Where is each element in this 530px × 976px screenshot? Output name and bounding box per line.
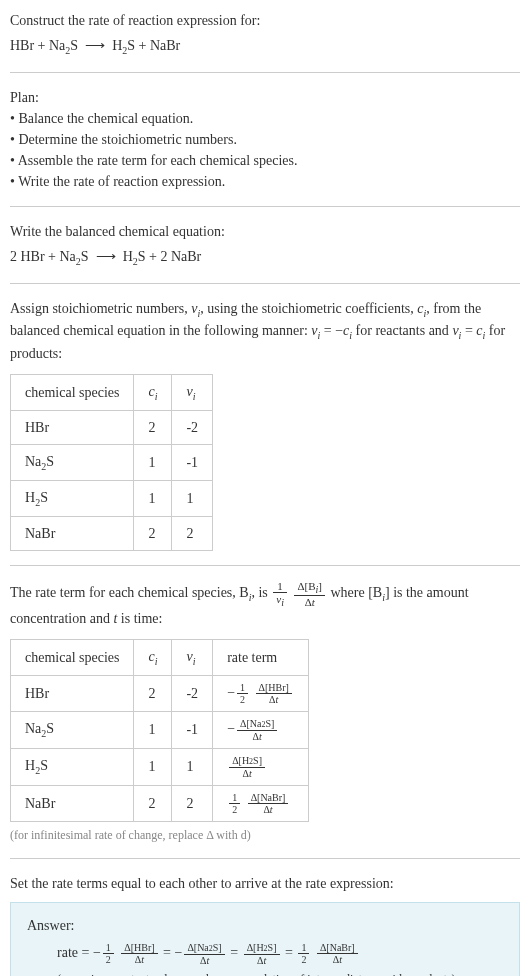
cell-nui: -2 xyxy=(172,410,213,444)
cell-species: NaBr xyxy=(11,785,134,821)
rate-intro: The rate term for each chemical species,… xyxy=(10,580,520,629)
answer-assumption: (assuming constant volume and no accumul… xyxy=(57,970,503,976)
col-rate: rate term xyxy=(213,639,309,675)
table-row: NaBr2212 Δ[NaBr]Δt xyxy=(11,785,309,821)
cell-nui: 1 xyxy=(172,480,213,516)
table-row: NaBr22 xyxy=(11,516,213,550)
cell-ci: 2 xyxy=(134,785,172,821)
cell-species: NaBr xyxy=(11,516,134,550)
cell-nui: 2 xyxy=(172,785,213,821)
cell-rate: −12 Δ[HBr]Δt xyxy=(213,675,309,711)
rate-table: chemical species ci νi rate term HBr2-2−… xyxy=(10,639,309,822)
cell-nui: -1 xyxy=(172,711,213,748)
answer-box: Answer: rate = −12 Δ[HBr]Δt = −Δ[Na2S]Δt… xyxy=(10,902,520,976)
cell-species: Na2S xyxy=(11,444,134,480)
col-ci: ci xyxy=(134,375,172,411)
cell-rate: 12 Δ[NaBr]Δt xyxy=(213,785,309,821)
table-header-row: chemical species ci νi rate term xyxy=(11,639,309,675)
balanced-equation: 2 HBr + Na2S ⟶ H2S + 2 NaBr xyxy=(10,246,520,269)
cell-species: Na2S xyxy=(11,711,134,748)
cell-species: HBr xyxy=(11,410,134,444)
divider xyxy=(10,283,520,284)
plan-item: • Balance the chemical equation. xyxy=(10,108,520,129)
cell-nui: 1 xyxy=(172,748,213,785)
final-heading: Set the rate terms equal to each other t… xyxy=(10,873,520,894)
table-row: Na2S1-1−Δ[Na2S]Δt xyxy=(11,711,309,748)
table-row: H2S11 xyxy=(11,480,213,516)
cell-species: HBr xyxy=(11,675,134,711)
stoich-intro: Assign stoichiometric numbers, νi, using… xyxy=(10,298,520,365)
title: Construct the rate of reaction expressio… xyxy=(10,10,520,31)
plan-heading: Plan: xyxy=(10,87,520,108)
table-header-row: chemical species ci νi xyxy=(11,375,213,411)
cell-rate: −Δ[Na2S]Δt xyxy=(213,711,309,748)
cell-species: H2S xyxy=(11,480,134,516)
cell-ci: 2 xyxy=(134,675,172,711)
rate-note: (for infinitesimal rate of change, repla… xyxy=(10,826,520,844)
table-row: HBr2-2−12 Δ[HBr]Δt xyxy=(11,675,309,711)
table-row: Na2S1-1 xyxy=(11,444,213,480)
cell-ci: 1 xyxy=(134,480,172,516)
cell-ci: 1 xyxy=(134,711,172,748)
cell-nui: 2 xyxy=(172,516,213,550)
divider xyxy=(10,858,520,859)
cell-rate: Δ[H2S]Δt xyxy=(213,748,309,785)
divider xyxy=(10,72,520,73)
plan-item: • Write the rate of reaction expression. xyxy=(10,171,520,192)
cell-species: H2S xyxy=(11,748,134,785)
plan-item: • Determine the stoichiometric numbers. xyxy=(10,129,520,150)
divider xyxy=(10,206,520,207)
unbalanced-equation: HBr + Na2S ⟶ H2S + NaBr xyxy=(10,35,520,58)
answer-expression: rate = −12 Δ[HBr]Δt = −Δ[Na2S]Δt = Δ[H2S… xyxy=(57,942,503,966)
cell-nui: -1 xyxy=(172,444,213,480)
col-nui: νi xyxy=(172,639,213,675)
col-species: chemical species xyxy=(11,375,134,411)
cell-nui: -2 xyxy=(172,675,213,711)
divider xyxy=(10,565,520,566)
cell-ci: 1 xyxy=(134,748,172,785)
table-row: HBr2-2 xyxy=(11,410,213,444)
stoich-table: chemical species ci νi HBr2-2 Na2S1-1 H2… xyxy=(10,374,213,550)
col-ci: ci xyxy=(134,639,172,675)
answer-label: Answer: xyxy=(27,915,503,936)
balanced-heading: Write the balanced chemical equation: xyxy=(10,221,520,242)
table-row: H2S11Δ[H2S]Δt xyxy=(11,748,309,785)
col-species: chemical species xyxy=(11,639,134,675)
cell-ci: 2 xyxy=(134,410,172,444)
col-nui: νi xyxy=(172,375,213,411)
cell-ci: 2 xyxy=(134,516,172,550)
cell-ci: 1 xyxy=(134,444,172,480)
plan-item: • Assemble the rate term for each chemic… xyxy=(10,150,520,171)
